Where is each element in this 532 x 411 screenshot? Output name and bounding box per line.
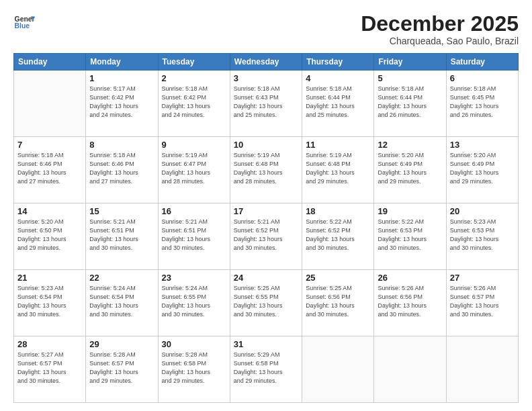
week-row-4: 21Sunrise: 5:23 AMSunset: 6:54 PMDayligh… — [14, 270, 519, 336]
day-cell: 21Sunrise: 5:23 AMSunset: 6:54 PMDayligh… — [14, 270, 86, 336]
day-info: Sunrise: 5:29 AMSunset: 6:58 PMDaylight:… — [234, 351, 298, 385]
day-number: 3 — [234, 73, 298, 83]
logo: General Blue — [13, 12, 35, 34]
day-cell: 9Sunrise: 5:19 AMSunset: 6:47 PMDaylight… — [158, 137, 230, 203]
day-cell: 26Sunrise: 5:26 AMSunset: 6:56 PMDayligh… — [374, 270, 446, 336]
month-title: December 2025 — [361, 12, 519, 36]
day-number: 25 — [306, 273, 370, 283]
day-number: 7 — [17, 140, 82, 150]
day-number: 31 — [234, 339, 298, 349]
day-cell: 11Sunrise: 5:19 AMSunset: 6:48 PMDayligh… — [302, 137, 374, 203]
day-cell — [446, 336, 518, 403]
day-info: Sunrise: 5:26 AMSunset: 6:56 PMDaylight:… — [378, 284, 442, 319]
day-info: Sunrise: 5:19 AMSunset: 6:47 PMDaylight:… — [162, 151, 226, 186]
day-number: 30 — [162, 339, 226, 349]
day-cell: 16Sunrise: 5:21 AMSunset: 6:51 PMDayligh… — [158, 203, 230, 270]
day-number: 9 — [162, 140, 226, 150]
day-cell: 14Sunrise: 5:20 AMSunset: 6:50 PMDayligh… — [14, 203, 86, 270]
location-subtitle: Charqueada, Sao Paulo, Brazil — [361, 36, 519, 46]
day-number: 6 — [450, 73, 515, 83]
day-info: Sunrise: 5:23 AMSunset: 6:54 PMDaylight:… — [17, 284, 82, 319]
col-tuesday: Tuesday — [158, 54, 230, 71]
day-number: 22 — [89, 273, 154, 283]
day-cell — [14, 71, 86, 137]
day-cell: 8Sunrise: 5:18 AMSunset: 6:46 PMDaylight… — [86, 137, 158, 203]
day-info: Sunrise: 5:18 AMSunset: 6:46 PMDaylight:… — [17, 151, 82, 186]
day-info: Sunrise: 5:18 AMSunset: 6:45 PMDaylight:… — [450, 85, 515, 120]
day-number: 10 — [234, 140, 298, 150]
day-info: Sunrise: 5:26 AMSunset: 6:57 PMDaylight:… — [450, 284, 515, 319]
col-sunday: Sunday — [14, 54, 86, 71]
day-info: Sunrise: 5:18 AMSunset: 6:46 PMDaylight:… — [89, 151, 154, 186]
header-row: Sunday Monday Tuesday Wednesday Thursday… — [14, 54, 519, 71]
day-cell: 3Sunrise: 5:18 AMSunset: 6:43 PMDaylight… — [230, 71, 302, 137]
day-info: Sunrise: 5:18 AMSunset: 6:43 PMDaylight:… — [234, 85, 298, 120]
day-info: Sunrise: 5:28 AMSunset: 6:57 PMDaylight:… — [89, 351, 154, 385]
col-monday: Monday — [86, 54, 158, 71]
day-cell: 4Sunrise: 5:18 AMSunset: 6:44 PMDaylight… — [302, 71, 374, 137]
day-cell: 19Sunrise: 5:22 AMSunset: 6:53 PMDayligh… — [374, 203, 446, 270]
day-number: 1 — [89, 73, 154, 83]
day-cell: 28Sunrise: 5:27 AMSunset: 6:57 PMDayligh… — [14, 336, 86, 403]
day-number: 11 — [306, 140, 370, 150]
day-number: 18 — [306, 206, 370, 216]
day-info: Sunrise: 5:24 AMSunset: 6:54 PMDaylight:… — [89, 284, 154, 319]
logo-icon: General Blue — [13, 12, 35, 34]
day-info: Sunrise: 5:20 AMSunset: 6:50 PMDaylight:… — [17, 218, 82, 253]
day-number: 21 — [17, 273, 82, 283]
day-cell: 31Sunrise: 5:29 AMSunset: 6:58 PMDayligh… — [230, 336, 302, 403]
day-cell — [374, 336, 446, 403]
day-number: 12 — [378, 140, 442, 150]
day-cell: 27Sunrise: 5:26 AMSunset: 6:57 PMDayligh… — [446, 270, 518, 336]
day-cell: 24Sunrise: 5:25 AMSunset: 6:55 PMDayligh… — [230, 270, 302, 336]
day-number: 19 — [378, 206, 442, 216]
day-cell: 6Sunrise: 5:18 AMSunset: 6:45 PMDaylight… — [446, 71, 518, 137]
day-cell: 5Sunrise: 5:18 AMSunset: 6:44 PMDaylight… — [374, 71, 446, 137]
svg-text:Blue: Blue — [15, 22, 30, 30]
day-number: 27 — [450, 273, 515, 283]
col-saturday: Saturday — [446, 54, 518, 71]
day-cell: 20Sunrise: 5:23 AMSunset: 6:53 PMDayligh… — [446, 203, 518, 270]
day-cell: 29Sunrise: 5:28 AMSunset: 6:57 PMDayligh… — [86, 336, 158, 403]
day-info: Sunrise: 5:21 AMSunset: 6:52 PMDaylight:… — [234, 218, 298, 253]
title-block: December 2025 Charqueada, Sao Paulo, Bra… — [361, 12, 519, 46]
day-info: Sunrise: 5:19 AMSunset: 6:48 PMDaylight:… — [306, 151, 370, 186]
col-thursday: Thursday — [302, 54, 374, 71]
day-number: 13 — [450, 140, 515, 150]
day-number: 2 — [162, 73, 226, 83]
day-info: Sunrise: 5:24 AMSunset: 6:55 PMDaylight:… — [162, 284, 226, 319]
day-info: Sunrise: 5:22 AMSunset: 6:52 PMDaylight:… — [306, 218, 370, 253]
day-cell: 22Sunrise: 5:24 AMSunset: 6:54 PMDayligh… — [86, 270, 158, 336]
day-number: 16 — [162, 206, 226, 216]
day-number: 28 — [17, 339, 82, 349]
week-row-1: 1Sunrise: 5:17 AMSunset: 6:42 PMDaylight… — [14, 71, 519, 137]
day-info: Sunrise: 5:18 AMSunset: 6:42 PMDaylight:… — [162, 85, 226, 120]
day-info: Sunrise: 5:18 AMSunset: 6:44 PMDaylight:… — [378, 85, 442, 120]
day-cell: 17Sunrise: 5:21 AMSunset: 6:52 PMDayligh… — [230, 203, 302, 270]
calendar-table: Sunday Monday Tuesday Wednesday Thursday… — [13, 53, 519, 403]
day-number: 15 — [89, 206, 154, 216]
day-number: 17 — [234, 206, 298, 216]
day-number: 8 — [89, 140, 154, 150]
day-cell: 18Sunrise: 5:22 AMSunset: 6:52 PMDayligh… — [302, 203, 374, 270]
day-info: Sunrise: 5:20 AMSunset: 6:49 PMDaylight:… — [378, 151, 442, 186]
day-info: Sunrise: 5:19 AMSunset: 6:48 PMDaylight:… — [234, 151, 298, 186]
col-wednesday: Wednesday — [230, 54, 302, 71]
week-row-5: 28Sunrise: 5:27 AMSunset: 6:57 PMDayligh… — [14, 336, 519, 403]
day-cell: 15Sunrise: 5:21 AMSunset: 6:51 PMDayligh… — [86, 203, 158, 270]
day-info: Sunrise: 5:27 AMSunset: 6:57 PMDaylight:… — [17, 351, 82, 385]
col-friday: Friday — [374, 54, 446, 71]
day-info: Sunrise: 5:25 AMSunset: 6:56 PMDaylight:… — [306, 284, 370, 319]
day-info: Sunrise: 5:17 AMSunset: 6:42 PMDaylight:… — [89, 85, 154, 120]
day-cell: 2Sunrise: 5:18 AMSunset: 6:42 PMDaylight… — [158, 71, 230, 137]
day-cell: 7Sunrise: 5:18 AMSunset: 6:46 PMDaylight… — [14, 137, 86, 203]
week-row-2: 7Sunrise: 5:18 AMSunset: 6:46 PMDaylight… — [14, 137, 519, 203]
day-number: 14 — [17, 206, 82, 216]
day-number: 5 — [378, 73, 442, 83]
day-info: Sunrise: 5:18 AMSunset: 6:44 PMDaylight:… — [306, 85, 370, 120]
day-info: Sunrise: 5:21 AMSunset: 6:51 PMDaylight:… — [162, 218, 226, 253]
day-number: 24 — [234, 273, 298, 283]
day-number: 26 — [378, 273, 442, 283]
day-cell — [302, 336, 374, 403]
day-info: Sunrise: 5:21 AMSunset: 6:51 PMDaylight:… — [89, 218, 154, 253]
